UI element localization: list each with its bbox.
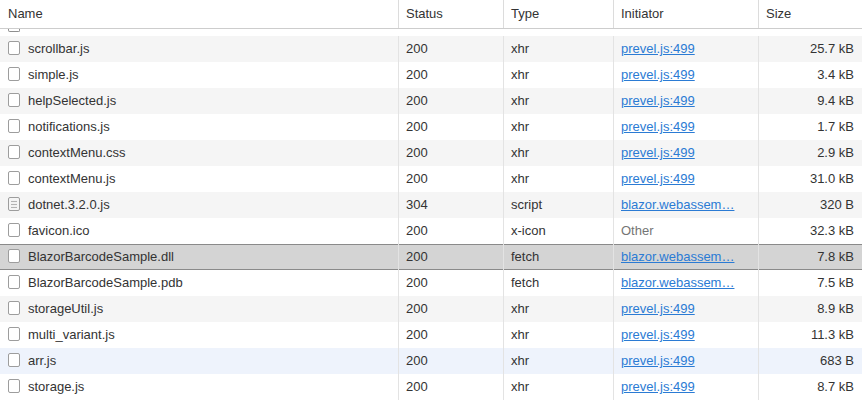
file-name: favicon.ico [28,223,89,238]
status-cell: 200 [398,114,503,140]
type-cell: xhr [503,88,613,114]
name-cell: simple.js [0,62,398,88]
initiator-cell: prevel.js:499 [613,114,758,140]
file-icon [8,67,20,81]
initiator-link[interactable]: blazor.webassem… [621,197,734,212]
initiator-link[interactable]: prevel.js:499 [621,379,695,394]
type-cell: xhr [503,140,613,166]
table-row[interactable]: scrollbar.js 200 xhr prevel.js:499 25.7 … [0,36,862,62]
table-row[interactable]: helpSelected.js 200 xhr prevel.js:499 9.… [0,88,862,114]
table-row[interactable]: multi_variant.js 200 xhr prevel.js:499 1… [0,322,862,348]
initiator-cell: prevel.js:499 [613,322,758,348]
size-cell: 8.9 kB [758,296,862,322]
file-name: simple.js [28,67,79,82]
file-icon [8,223,20,237]
type-cell: xhr [503,166,613,192]
partially-scrolled-row[interactable] [0,29,862,36]
name-cell: dotnet.3.2.0.js [0,192,398,218]
column-header-size[interactable]: Size [758,0,862,28]
column-header-name[interactable]: Name [0,0,398,28]
file-name: storageUtil.js [28,301,103,316]
type-cell: xhr [503,374,613,400]
initiator-link[interactable]: blazor.webassem… [621,249,734,264]
table-row[interactable]: simple.js 200 xhr prevel.js:499 3.4 kB [0,62,862,88]
initiator-cell: blazor.webassem… [613,244,758,270]
name-cell: storage.js [0,374,398,400]
initiator-link[interactable]: prevel.js:499 [621,41,695,56]
file-name: dotnet.3.2.0.js [28,197,110,212]
file-icon [8,275,20,289]
initiator-cell: prevel.js:499 [613,296,758,322]
table-row[interactable]: arr.js 200 xhr prevel.js:499 683 B [0,348,862,374]
table-row[interactable]: storage.js 200 xhr prevel.js:499 8.7 kB [0,374,862,400]
initiator-cell: prevel.js:499 [613,374,758,400]
type-cell: xhr [503,62,613,88]
column-header-initiator[interactable]: Initiator [613,0,758,28]
status-cell: 200 [398,88,503,114]
file-name: arr.js [28,353,56,368]
status-cell: 200 [398,62,503,88]
table-row[interactable]: BlazorBarcodeSample.dll 200 fetch blazor… [0,244,862,270]
initiator-cell: prevel.js:499 [613,140,758,166]
network-request-table: Name Status Type Initiator Size scrollba… [0,0,862,401]
file-icon [8,119,20,133]
initiator-link[interactable]: prevel.js:499 [621,353,695,368]
name-cell: BlazorBarcodeSample.pdb [0,270,398,296]
initiator-link[interactable]: prevel.js:499 [621,67,695,82]
file-name: BlazorBarcodeSample.pdb [28,275,183,290]
type-cell: xhr [503,348,613,374]
initiator-link[interactable]: blazor.webassem… [621,275,734,290]
type-cell: xhr [503,322,613,348]
type-cell: fetch [503,270,613,296]
table-row[interactable]: storageUtil.js 200 xhr prevel.js:499 8.9… [0,296,862,322]
size-cell: 32.3 kB [758,218,862,244]
initiator-link[interactable]: prevel.js:499 [621,327,695,342]
size-cell: 2.9 kB [758,140,862,166]
file-name: storage.js [28,379,84,394]
table-row[interactable]: dotnet.3.2.0.js 304 script blazor.webass… [0,192,862,218]
name-cell: multi_variant.js [0,322,398,348]
file-icon [8,379,20,393]
name-cell: storageUtil.js [0,296,398,322]
size-cell: 25.7 kB [758,36,862,62]
status-cell: 200 [398,270,503,296]
type-cell: xhr [503,36,613,62]
initiator-cell: Other [613,218,758,244]
file-icon [8,301,20,315]
name-cell: contextMenu.js [0,166,398,192]
table-row[interactable]: notifications.js 200 xhr prevel.js:499 1… [0,114,862,140]
type-cell: xhr [503,296,613,322]
script-file-icon [8,197,20,211]
initiator-link[interactable]: prevel.js:499 [621,119,695,134]
file-icon [8,41,20,55]
name-cell: helpSelected.js [0,88,398,114]
column-header-type[interactable]: Type [503,0,613,28]
size-cell: 8.7 kB [758,374,862,400]
table-row[interactable]: contextMenu.js 200 xhr prevel.js:499 31.… [0,166,862,192]
name-cell: notifications.js [0,114,398,140]
size-cell: 3.4 kB [758,62,862,88]
initiator-cell: blazor.webassem… [613,192,758,218]
file-name: contextMenu.js [28,171,115,186]
initiator-link[interactable]: prevel.js:499 [621,171,695,186]
initiator-cell: prevel.js:499 [613,348,758,374]
file-icon [8,353,20,367]
initiator-cell: prevel.js:499 [613,166,758,192]
size-cell: 11.3 kB [758,322,862,348]
table-row[interactable]: BlazorBarcodeSample.pdb 200 fetch blazor… [0,270,862,296]
name-cell: scrollbar.js [0,36,398,62]
initiator-link[interactable]: prevel.js:499 [621,301,695,316]
initiator-cell: prevel.js:499 [613,36,758,62]
name-cell: contextMenu.css [0,140,398,166]
file-icon [8,171,20,185]
status-cell: 200 [398,36,503,62]
initiator-link[interactable]: prevel.js:499 [621,145,695,160]
table-header: Name Status Type Initiator Size [0,0,862,29]
initiator-cell: prevel.js:499 [613,62,758,88]
table-row[interactable]: contextMenu.css 200 xhr prevel.js:499 2.… [0,140,862,166]
column-header-status[interactable]: Status [398,0,503,28]
table-row[interactable]: favicon.ico 200 x-icon Other 32.3 kB [0,218,862,244]
initiator-cell: prevel.js:499 [613,88,758,114]
size-cell: 7.5 kB [758,270,862,296]
initiator-link[interactable]: prevel.js:499 [621,93,695,108]
